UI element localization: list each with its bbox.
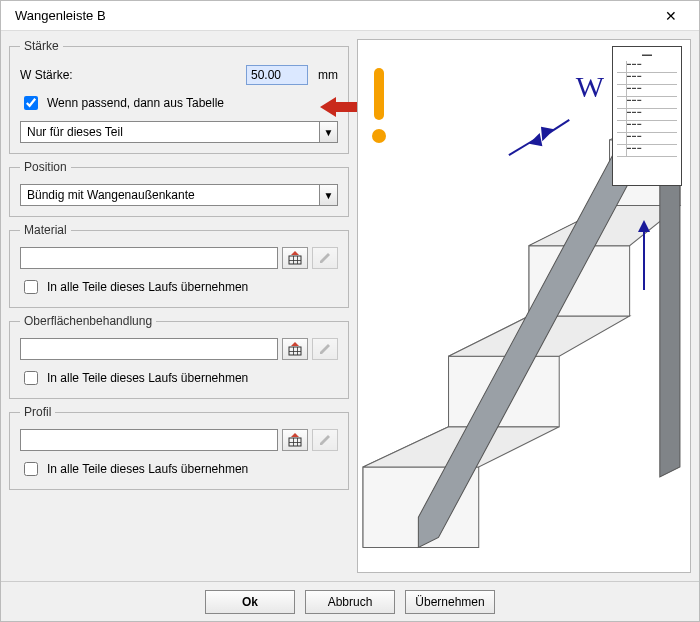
svg-point-34 <box>372 129 386 143</box>
edit-button <box>312 338 338 360</box>
group-material-legend: Material <box>20 223 71 237</box>
svg-marker-18 <box>320 435 330 445</box>
group-profile: Profil <box>9 405 349 490</box>
svg-rect-3 <box>293 256 294 264</box>
svg-marker-11 <box>291 342 299 346</box>
titlebar: Wangenleiste B ✕ <box>1 1 699 31</box>
w-staerke-input[interactable] <box>246 65 308 85</box>
svg-marker-36 <box>638 220 650 232</box>
cb-profile-apply[interactable] <box>24 462 38 476</box>
library-icon <box>288 251 302 265</box>
library-icon <box>288 433 302 447</box>
dialog-window: Wangenleiste B ✕ Stärke W Stärke: mm Wen… <box>0 0 700 622</box>
position-select[interactable]: Bündig mit Wangenaußenkante ▼ <box>20 184 338 206</box>
chevron-down-icon: ▼ <box>319 185 337 205</box>
close-button[interactable]: ✕ <box>651 2 691 30</box>
pencil-icon <box>318 433 332 447</box>
group-profile-legend: Profil <box>20 405 55 419</box>
ok-button[interactable]: Ok <box>205 590 295 614</box>
library-icon <box>288 342 302 356</box>
cancel-button[interactable]: Abbruch <box>305 590 395 614</box>
cb-from-table-label: Wenn passend, dann aus Tabelle <box>47 96 224 110</box>
pencil-icon <box>318 251 332 265</box>
library-button[interactable] <box>282 429 308 451</box>
svg-line-29 <box>509 140 534 155</box>
svg-rect-10 <box>297 347 298 355</box>
position-select-value: Bündig mit Wangenaußenkante <box>27 188 195 202</box>
svg-marker-32 <box>542 128 552 139</box>
material-input[interactable] <box>20 247 278 269</box>
preview-table-icon: ▬▬ ▬ ▬ ▬ ▬ ▬ ▬ ▬ ▬ ▬ ▬ ▬ ▬ ▬ ▬ ▬ ▬ ▬ ▬ ▬… <box>612 46 682 186</box>
group-staerke-legend: Stärke <box>20 39 63 53</box>
surface-input[interactable] <box>20 338 278 360</box>
profile-input[interactable] <box>20 429 278 451</box>
svg-rect-8 <box>289 351 301 352</box>
svg-rect-4 <box>297 256 298 264</box>
svg-marker-12 <box>320 344 330 354</box>
group-position: Position Bündig mit Wangenaußenkante ▼ <box>9 160 349 217</box>
pencil-icon <box>318 342 332 356</box>
apply-button[interactable]: Übernehmen <box>405 590 495 614</box>
w-staerke-label: W Stärke: <box>20 68 240 82</box>
svg-marker-5 <box>291 251 299 255</box>
w-dimension-label: W <box>576 70 604 104</box>
exclamation-icon <box>366 68 392 148</box>
cb-from-table[interactable] <box>24 96 38 110</box>
group-surface: Oberflächenbehandlung <box>9 314 349 399</box>
library-button[interactable] <box>282 247 308 269</box>
up-arrow-icon <box>634 220 654 290</box>
svg-rect-16 <box>297 438 298 446</box>
preview-pane: W ▬▬ ▬ ▬ ▬ ▬ ▬ ▬ ▬ ▬ ▬ ▬ ▬ ▬ ▬ ▬ ▬ ▬ ▬ ▬… <box>357 39 691 573</box>
group-position-legend: Position <box>20 160 71 174</box>
cb-surface-apply[interactable] <box>24 371 38 385</box>
cb-profile-apply-label: In alle Teile dieses Laufs übernehmen <box>47 462 248 476</box>
left-column: Stärke W Stärke: mm Wenn passend, dann a… <box>9 39 349 573</box>
cb-surface-apply-label: In alle Teile dieses Laufs übernehmen <box>47 371 248 385</box>
svg-marker-6 <box>320 253 330 263</box>
svg-marker-17 <box>291 433 299 437</box>
group-staerke: Stärke W Stärke: mm Wenn passend, dann a… <box>9 39 349 154</box>
cb-material-apply[interactable] <box>24 280 38 294</box>
library-button[interactable] <box>282 338 308 360</box>
svg-rect-14 <box>289 442 301 443</box>
button-bar: Ok Abbruch Übernehmen <box>1 581 699 621</box>
scope-select-value: Nur für dieses Teil <box>27 125 123 139</box>
unit-mm: mm <box>318 68 338 82</box>
cb-material-apply-label: In alle Teile dieses Laufs übernehmen <box>47 280 248 294</box>
edit-button <box>312 247 338 269</box>
svg-rect-2 <box>289 260 301 261</box>
group-surface-legend: Oberflächenbehandlung <box>20 314 156 328</box>
edit-button <box>312 429 338 451</box>
svg-rect-9 <box>293 347 294 355</box>
scope-select[interactable]: Nur für dieses Teil ▼ <box>20 121 338 143</box>
chevron-down-icon: ▼ <box>319 122 337 142</box>
svg-rect-33 <box>374 68 384 120</box>
content-area: Stärke W Stärke: mm Wenn passend, dann a… <box>1 31 699 581</box>
svg-rect-15 <box>293 438 294 446</box>
window-title: Wangenleiste B <box>9 8 651 23</box>
group-material: Material <box>9 223 349 308</box>
